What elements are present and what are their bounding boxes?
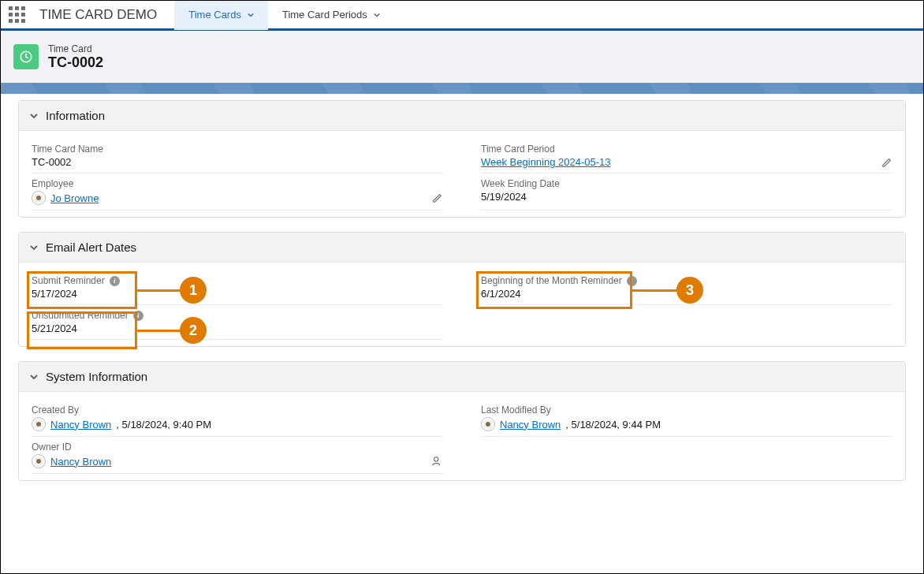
field-time-card-name: Time Card Name TC-0002 [32, 139, 443, 173]
field-value: 5/17/2024 [32, 288, 77, 300]
field-unsubmitted-reminder: Unsubmitted Reminder i 5/21/2024 [32, 305, 443, 340]
field-submit-reminder: Submit Reminder i 5/17/2024 [32, 270, 443, 305]
time-card-icon [13, 44, 39, 69]
field-value: 5/19/2024 [481, 191, 527, 203]
field-created-by: Created By Nancy Brown , 5/18/2024, 9:40… [32, 400, 443, 437]
field-label: Created By [32, 404, 443, 416]
record-name: TC-0002 [48, 54, 103, 71]
owner-link[interactable]: Nancy Brown [50, 456, 111, 468]
field-label: Week Ending Date [481, 178, 892, 189]
field-employee: Employee Jo Browne [32, 173, 443, 211]
section-email-alert-dates: Email Alert Dates Submit Reminder i 5/17… [18, 232, 906, 347]
record-header: Time Card TC-0002 [1, 31, 923, 83]
field-label: Beginning of the Month Reminder [481, 275, 622, 286]
section-title: Email Alert Dates [46, 240, 136, 254]
section-header-email-alerts[interactable]: Email Alert Dates [19, 233, 905, 263]
last-modified-timestamp: , 5/18/2024, 9:44 PM [565, 419, 661, 430]
field-label: Time Card Name [32, 144, 443, 155]
info-icon[interactable]: i [110, 276, 120, 286]
chevron-down-icon [30, 373, 38, 381]
section-system-information: System Information Created By Nancy Brow… [18, 361, 906, 481]
created-by-timestamp: , 5/18/2024, 9:40 PM [116, 419, 211, 430]
avatar [32, 417, 46, 431]
avatar [32, 191, 46, 205]
field-beginning-month-reminder: Beginning of the Month Reminder i 6/1/20… [481, 270, 892, 305]
pencil-icon[interactable] [881, 157, 892, 168]
tab-label: Time Card Periods [282, 9, 367, 20]
section-title: Information [46, 109, 105, 122]
created-by-link[interactable]: Nancy Brown [50, 419, 111, 430]
section-header-information[interactable]: Information [19, 101, 905, 131]
pencil-icon[interactable] [432, 192, 443, 203]
field-value: 6/1/2024 [481, 288, 521, 300]
record-type-label: Time Card [48, 43, 103, 54]
field-value: 5/21/2024 [32, 322, 77, 334]
field-label: Last Modified By [481, 404, 892, 416]
top-navigation: TIME CARD DEMO Time Cards Time Card Peri… [1, 1, 923, 31]
chevron-down-icon [374, 12, 380, 18]
chevron-down-icon [248, 12, 254, 18]
tab-time-card-periods[interactable]: Time Card Periods [268, 0, 394, 30]
field-label: Time Card Period [481, 144, 892, 155]
field-time-card-period: Time Card Period Week Beginning 2024-05-… [481, 139, 892, 173]
chevron-down-icon [30, 244, 38, 252]
change-owner-icon[interactable] [432, 456, 443, 467]
time-card-period-link[interactable]: Week Beginning 2024-05-13 [481, 156, 611, 168]
avatar [481, 417, 495, 431]
avatar [32, 454, 46, 468]
decorative-band [1, 83, 923, 94]
field-value: TC-0002 [32, 156, 72, 168]
field-label: Submit Reminder [32, 275, 105, 286]
employee-link[interactable]: Jo Browne [50, 192, 99, 204]
section-title: System Information [46, 370, 147, 383]
app-launcher-icon[interactable] [9, 6, 25, 23]
section-header-system-info[interactable]: System Information [19, 362, 905, 392]
field-label: Owner ID [32, 442, 443, 453]
last-modified-by-link[interactable]: Nancy Brown [500, 419, 561, 430]
field-label: Unsubmitted Reminder [32, 310, 129, 321]
tab-time-cards[interactable]: Time Cards [174, 0, 268, 30]
field-label: Employee [32, 178, 443, 189]
field-owner-id: Owner ID Nancy Brown [32, 437, 443, 474]
tab-label: Time Cards [188, 9, 241, 20]
field-last-modified-by: Last Modified By Nancy Brown , 5/18/2024… [481, 400, 892, 437]
app-title: TIME CARD DEMO [39, 7, 157, 23]
svg-point-1 [434, 457, 438, 461]
section-information: Information Time Card Name TC-0002 Time … [18, 100, 906, 218]
field-week-ending-date: Week Ending Date 5/19/2024 [481, 173, 892, 211]
info-icon[interactable]: i [627, 276, 637, 286]
info-icon[interactable]: i [133, 311, 143, 321]
chevron-down-icon [30, 112, 38, 120]
